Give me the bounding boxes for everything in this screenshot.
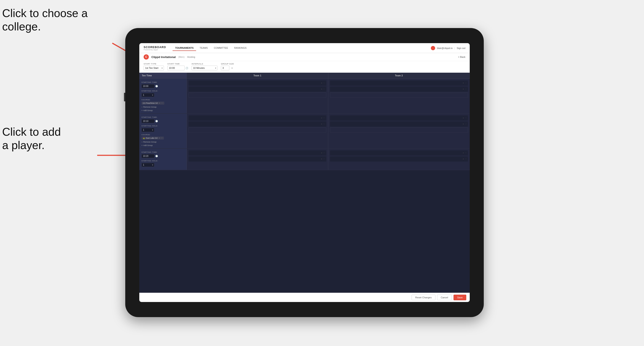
sign-out-link[interactable]: Sign out — [457, 47, 466, 49]
course-dots-1[interactable]: ⋯ — [161, 102, 163, 104]
slot-x-icon[interactable]: × — [463, 117, 464, 119]
slot-x-icon[interactable]: × — [321, 152, 322, 154]
slot-dots-icon[interactable]: ⋯ — [465, 88, 467, 90]
remove-group-2[interactable]: ○ Remove Group — [142, 141, 184, 143]
add-player-slot[interactable] — [330, 93, 468, 98]
slot-dots-icon[interactable]: ⋯ — [323, 88, 325, 90]
slot-x-icon[interactable]: × — [463, 82, 464, 84]
group-size-select[interactable]: 3 — [221, 66, 229, 70]
player-slot[interactable]: × ⋯ — [188, 80, 326, 86]
add-group-icon-2: + — [142, 144, 142, 147]
starting-time-label-3: STARTING TIME: — [142, 151, 184, 153]
clock-icon-2: 🕐 — [155, 120, 158, 122]
course-tag-2[interactable]: ⛳ East Lake GC × ⋯ — [142, 137, 164, 140]
start-time-input[interactable] — [167, 66, 185, 70]
starting-hole-select-3[interactable]: 1 — [142, 163, 154, 167]
player-slot[interactable]: × ⋯ — [188, 115, 326, 121]
starting-hole-label-2: STARTING HOLE: — [142, 125, 184, 127]
nav-link-rankings[interactable]: RANKINGS — [232, 45, 249, 51]
slot-x-icon[interactable]: × — [321, 82, 322, 84]
remove-group-1[interactable]: ○ Remove Group — [142, 106, 184, 108]
group-row: STARTING TIME: 🕐 STARTING HOLE: 1 COURSE… — [139, 79, 470, 114]
slot-dots-icon[interactable]: ⋯ — [323, 123, 325, 125]
group-row: STARTING TIME: 🕐 STARTING HOLE: 1 COURSE… — [139, 114, 470, 149]
course-icon-2: ⛳ — [143, 137, 145, 139]
slot-x-icon[interactable]: × — [463, 123, 464, 125]
group-row: STARTING TIME: 🕐 STARTING HOLE: 1 × — [139, 149, 470, 170]
intervals-select[interactable]: 10 Minutes — [192, 66, 218, 70]
player-slot[interactable]: × ⋯ — [188, 156, 326, 162]
starting-hole-select-2[interactable]: 1 — [142, 128, 154, 132]
add-player-slot[interactable] — [188, 93, 326, 98]
slot-dots-icon[interactable]: ⋯ — [465, 123, 467, 125]
save-button[interactable]: Save — [454, 295, 466, 300]
group-size-label: Group Size — [221, 63, 234, 65]
intervals-wrapper[interactable]: 10 Minutes — [192, 66, 218, 70]
player-slot[interactable]: × ⋯ — [330, 150, 468, 156]
start-type-select[interactable]: 1st Tee Start — [144, 66, 164, 70]
back-button[interactable]: < Back — [458, 56, 466, 58]
course-tag-1[interactable]: (A) Peachtree GC × ⋯ — [142, 102, 164, 105]
nav-link-tournaments[interactable]: TOURNAMENTS — [172, 45, 196, 51]
course-remove-1[interactable]: × — [159, 102, 160, 104]
slot-x-icon[interactable]: × — [463, 158, 464, 160]
starting-time-label-2: STARTING TIME: — [142, 116, 184, 118]
brand-sub: Powered by clippd — [144, 49, 166, 51]
starting-hole-label-1: STARTING HOLE: — [142, 90, 184, 92]
annotation-choose-college: Click to choose a college. — [2, 6, 88, 33]
player-slot[interactable]: × ⋯ — [188, 121, 326, 127]
slot-dots-icon[interactable]: ⋯ — [465, 82, 467, 84]
tablet-screen: SCOREBOARD Powered by clippd TOURNAMENTS… — [139, 43, 470, 302]
starting-hole-select-1[interactable]: 1 — [142, 93, 154, 97]
slot-dots-icon[interactable]: ⋯ — [465, 158, 467, 160]
starting-time-input-3[interactable] — [142, 154, 154, 158]
group-size-field: Group Size 3 — [221, 63, 234, 70]
slot-x-icon[interactable]: × — [463, 152, 464, 154]
player-slot[interactable]: × ⋯ — [188, 86, 326, 92]
settings-bar: Start Type 1st Tee Start Start Time 🕐 In… — [139, 61, 470, 73]
add-player-slot[interactable] — [330, 128, 468, 133]
course-remove-2[interactable]: × — [159, 137, 160, 139]
avatar — [431, 46, 435, 50]
starting-time-input-2[interactable] — [142, 119, 154, 123]
slot-x-icon[interactable]: × — [463, 88, 464, 90]
player-slot[interactable]: × ⋯ — [330, 86, 468, 92]
brand-title: SCOREBOARD — [144, 45, 166, 49]
bottom-bar: Reset Changes Cancel Save — [139, 293, 470, 302]
player-slot[interactable]: × ⋯ — [188, 150, 326, 156]
group-left-2: STARTING TIME: 🕐 STARTING HOLE: 1 COURSE… — [139, 114, 187, 148]
group-left-3: STARTING TIME: 🕐 STARTING HOLE: 1 — [139, 149, 187, 170]
slot-dots-icon[interactable]: ⋯ — [465, 117, 467, 119]
add-group-2[interactable]: + Add Group — [142, 144, 184, 147]
add-group-1[interactable]: + Add Group — [142, 109, 184, 112]
cancel-button[interactable]: Cancel — [437, 295, 452, 300]
slot-dots-icon[interactable]: ⋯ — [465, 152, 467, 154]
slot-x-icon[interactable]: × — [321, 123, 322, 125]
group-size-wrapper[interactable]: 3 — [221, 66, 234, 70]
slot-dots-icon[interactable]: ⋯ — [323, 82, 325, 84]
slot-x-icon[interactable]: × — [321, 88, 322, 90]
slot-x-icon[interactable]: × — [321, 158, 322, 160]
slot-dots-icon[interactable]: ⋯ — [323, 158, 325, 160]
starting-time-input-1[interactable] — [142, 84, 154, 88]
course-label-2: COURSE: — [142, 134, 184, 136]
player-slot[interactable]: × ⋯ — [330, 121, 468, 127]
main-content: Tee Time Team 1 Team 2 STARTING TIME: 🕐 … — [139, 73, 470, 293]
player-slot[interactable]: × ⋯ — [330, 80, 468, 86]
nav-link-teams[interactable]: TEAMS — [197, 45, 210, 51]
slot-dots-icon[interactable]: ⋯ — [323, 152, 325, 154]
course-dots-2[interactable]: ⋯ — [161, 137, 162, 139]
slot-x-icon[interactable]: × — [321, 117, 322, 119]
add-player-slot[interactable] — [188, 128, 326, 133]
player-slot[interactable]: × ⋯ — [330, 156, 468, 162]
annotation-add-player: Click to add a player. — [2, 125, 61, 152]
nav-link-committee[interactable]: COMMITTEE — [211, 45, 231, 51]
start-time-field: Start Time 🕐 — [167, 63, 188, 70]
player-slot[interactable]: × ⋯ — [330, 115, 468, 121]
start-type-wrapper[interactable]: 1st Tee Start — [144, 66, 164, 70]
table-header: Tee Time Team 1 Team 2 — [139, 73, 470, 79]
remove-group-icon-2: ○ — [142, 141, 142, 143]
tablet-frame: SCOREBOARD Powered by clippd TOURNAMENTS… — [125, 28, 484, 317]
slot-dots-icon[interactable]: ⋯ — [323, 117, 325, 119]
reset-changes-button[interactable]: Reset Changes — [412, 295, 436, 300]
